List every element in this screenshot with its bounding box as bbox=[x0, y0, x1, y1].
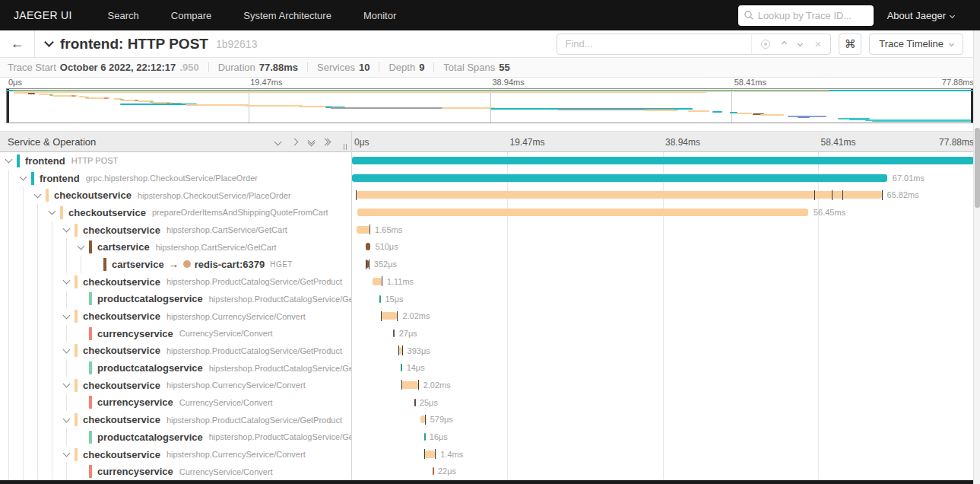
row-expander-chevron-icon[interactable] bbox=[64, 349, 75, 352]
prev-match-icon[interactable] bbox=[782, 41, 787, 46]
span-duration-bar[interactable] bbox=[352, 174, 887, 182]
span-name-cell[interactable]: productcatalogservicehipstershop.Product… bbox=[0, 291, 351, 308]
about-jaeger-menu[interactable]: About Jaeger bbox=[887, 10, 954, 21]
next-match-icon[interactable] bbox=[798, 41, 803, 46]
row-expander-chevron-icon[interactable] bbox=[64, 453, 75, 456]
row-expander-chevron-icon[interactable] bbox=[6, 159, 17, 162]
row-expander-chevron-icon[interactable] bbox=[64, 228, 75, 231]
row-expander-chevron-icon[interactable] bbox=[64, 315, 75, 318]
span-duration-bar[interactable] bbox=[373, 278, 382, 285]
nav-item-monitor[interactable]: Monitor bbox=[347, 0, 412, 30]
expand-one-icon[interactable] bbox=[274, 138, 282, 145]
trace-lookup-box bbox=[738, 5, 874, 26]
span-row[interactable]: productcatalogservicehipstershop.Product… bbox=[0, 428, 980, 446]
span-name-cell[interactable]: currencyserviceCurrencyService/Convert bbox=[0, 394, 351, 412]
span-duration-bar[interactable] bbox=[366, 243, 369, 250]
span-duration-bar[interactable] bbox=[393, 330, 395, 337]
span-row[interactable]: cartservice→redis-cart:6379HGET352μs bbox=[0, 256, 980, 273]
back-button[interactable]: ← bbox=[0, 30, 35, 58]
keyboard-shortcuts-button[interactable]: ⌘ bbox=[839, 33, 861, 55]
span-name-cell[interactable]: cartservice→redis-cart:6379HGET bbox=[0, 256, 351, 273]
focus-match-icon[interactable] bbox=[761, 40, 770, 49]
span-name-cell[interactable]: checkoutservicehipstershop.ProductCatalo… bbox=[0, 411, 351, 428]
span-row[interactable]: currencyserviceCurrencyService/Convert25… bbox=[0, 394, 980, 412]
span-row[interactable]: productcatalogservicehipstershop.Product… bbox=[0, 359, 980, 377]
span-name-cell[interactable]: checkoutservicehipstershop.CurrencyServi… bbox=[0, 446, 351, 463]
span-row[interactable]: checkoutservicehipstershop.CurrencyServi… bbox=[0, 307, 980, 325]
span-duration-label: 15μs bbox=[385, 295, 403, 304]
minimap-left-handle[interactable] bbox=[7, 89, 9, 123]
span-bar-cell: 16μs bbox=[352, 428, 974, 446]
span-name-cell[interactable]: checkoutservicehipstershop.ProductCatalo… bbox=[0, 273, 351, 291]
span-duration-bar[interactable] bbox=[352, 157, 974, 164]
span-name-cell[interactable]: checkoutservicehipstershop.CartService/G… bbox=[0, 221, 351, 239]
span-name-cell[interactable]: currencyserviceCurrencyService/Convert bbox=[0, 325, 351, 342]
span-row[interactable]: checkoutservicehipstershop.CurrencyServi… bbox=[0, 446, 980, 463]
row-expander-chevron-icon[interactable] bbox=[64, 280, 75, 283]
span-name-cell[interactable]: checkoutservicehipstershop.CurrencyServi… bbox=[0, 377, 351, 394]
vertical-scrollbar-thumb[interactable] bbox=[975, 128, 980, 208]
span-row[interactable]: currencyserviceCurrencyService/Convert27… bbox=[0, 325, 980, 342]
span-duration-bar[interactable] bbox=[424, 433, 426, 441]
trace-collapse-chevron-icon[interactable] bbox=[44, 37, 54, 47]
clear-find-icon[interactable]: × bbox=[814, 38, 821, 49]
span-name-cell[interactable]: cartservicehipstershop.CartService/GetCa… bbox=[0, 238, 351, 256]
collapse-one-icon[interactable] bbox=[291, 138, 299, 145]
nav-item-system-architecture[interactable]: System Architecture bbox=[227, 0, 347, 30]
span-row[interactable]: checkoutserviceprepareOrderItemsAndShipp… bbox=[0, 204, 980, 221]
span-name-cell[interactable]: frontendgrpc.hipstershop.CheckoutService… bbox=[0, 170, 351, 187]
find-input[interactable] bbox=[557, 38, 751, 49]
name-column-divider[interactable] bbox=[351, 131, 352, 480]
span-duration-bar[interactable] bbox=[357, 209, 808, 216]
row-expander-chevron-icon[interactable] bbox=[35, 194, 46, 197]
span-name-cell[interactable]: checkoutservicehipstershop.CurrencyServi… bbox=[0, 307, 351, 325]
span-row[interactable]: checkoutservicehipstershop.ProductCatalo… bbox=[0, 273, 980, 291]
services-label: Services bbox=[317, 62, 355, 73]
span-duration-bar[interactable] bbox=[381, 312, 397, 320]
span-name-cell[interactable]: currencyserviceCurrencyService/Convert bbox=[0, 463, 351, 480]
nav-item-search[interactable]: Search bbox=[92, 0, 155, 30]
span-name-cell[interactable]: productcatalogservicehipstershop.Product… bbox=[0, 428, 351, 446]
span-duration-bar[interactable] bbox=[424, 451, 436, 458]
row-expander-chevron-icon[interactable] bbox=[64, 384, 75, 387]
row-expander-chevron-icon[interactable] bbox=[49, 211, 60, 214]
row-expander-chevron-icon[interactable] bbox=[21, 177, 31, 180]
span-name-cell[interactable]: checkoutservicehipstershop.ProductCatalo… bbox=[0, 342, 351, 360]
span-row[interactable]: checkoutservicehipstershop.ProductCatalo… bbox=[0, 411, 980, 428]
column-resize-grip[interactable] bbox=[344, 144, 347, 150]
vertical-scrollbar[interactable] bbox=[973, 30, 980, 484]
span-row[interactable]: checkoutservicehipstershop.CurrencyServi… bbox=[0, 377, 980, 394]
span-name-cell[interactable]: checkoutserviceprepareOrderItemsAndShipp… bbox=[0, 204, 351, 221]
expand-all-icon[interactable] bbox=[309, 138, 314, 145]
collapse-all-icon[interactable] bbox=[325, 139, 330, 145]
nav-item-compare[interactable]: Compare bbox=[155, 0, 227, 30]
span-duration-bar[interactable] bbox=[401, 364, 402, 371]
minimap-canvas[interactable] bbox=[6, 88, 974, 123]
span-row[interactable]: frontendgrpc.hipstershop.CheckoutService… bbox=[0, 170, 980, 187]
span-row[interactable]: cartservicehipstershop.CartService/GetCa… bbox=[0, 238, 980, 256]
view-selector-button[interactable]: Trace Timeline bbox=[869, 33, 963, 55]
trace-lookup-input[interactable] bbox=[758, 10, 864, 21]
row-expander-chevron-icon[interactable] bbox=[64, 419, 75, 422]
span-duration-bar[interactable] bbox=[414, 399, 416, 406]
span-row[interactable]: frontendHTTP POST bbox=[0, 152, 980, 170]
span-duration-bar[interactable] bbox=[357, 226, 369, 234]
app-brand[interactable]: JAEGER UI bbox=[0, 9, 92, 21]
span-row[interactable]: productcatalogservicehipstershop.Product… bbox=[0, 291, 980, 308]
span-duration-bar[interactable] bbox=[356, 191, 881, 199]
span-row[interactable]: checkoutservicehipstershop.CartService/G… bbox=[0, 221, 980, 239]
span-name-cell[interactable]: frontendHTTP POST bbox=[0, 152, 351, 170]
service-color-marker bbox=[75, 448, 78, 461]
horizontal-scrollbar[interactable] bbox=[0, 480, 973, 484]
span-duration-bar[interactable] bbox=[401, 381, 417, 389]
span-row[interactable]: checkoutservicehipstershop.CheckoutServi… bbox=[0, 186, 980, 204]
span-name-cell[interactable]: productcatalogservicehipstershop.Product… bbox=[0, 359, 351, 377]
indent-guide bbox=[8, 428, 9, 446]
row-expander-chevron-icon[interactable] bbox=[78, 246, 89, 249]
indent-guide bbox=[52, 307, 52, 325]
span-row[interactable]: currencyserviceCurrencyService/Convert22… bbox=[0, 463, 980, 480]
span-duration-bar[interactable] bbox=[379, 295, 381, 303]
span-row[interactable]: checkoutservicehipstershop.ProductCatalo… bbox=[0, 342, 980, 360]
span-name-cell[interactable]: checkoutservicehipstershop.CheckoutServi… bbox=[0, 186, 351, 204]
span-duration-bar[interactable] bbox=[433, 467, 434, 475]
